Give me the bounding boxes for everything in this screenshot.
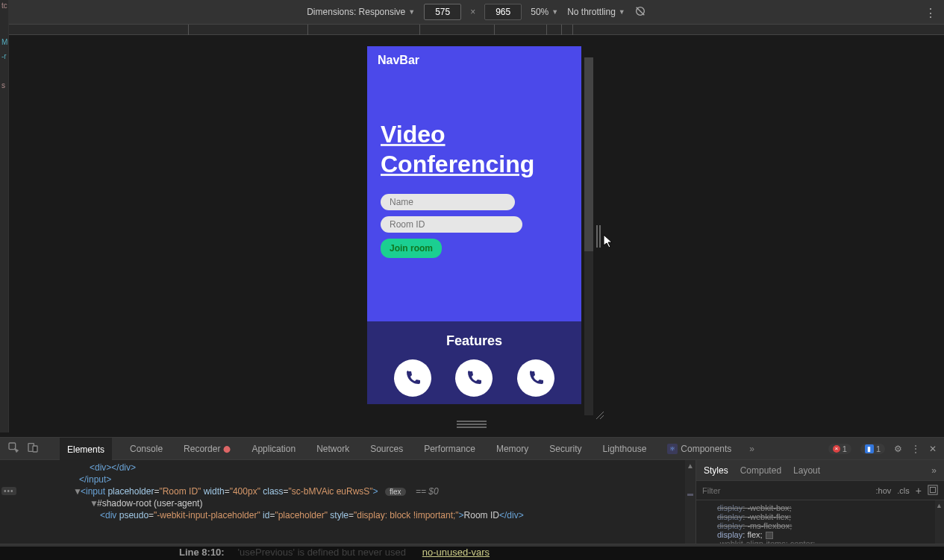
throttling-label: No throttling bbox=[567, 7, 616, 17]
zoom-select[interactable]: 50% ▼ bbox=[531, 7, 558, 17]
feature-row bbox=[367, 359, 581, 397]
tab-application[interactable]: Application bbox=[248, 444, 298, 454]
tab-recorder-label: Recorder bbox=[184, 444, 220, 454]
flex-editor-icon[interactable] bbox=[766, 532, 773, 539]
tab-layout[interactable]: Layout bbox=[793, 465, 820, 476]
styles-scrollbar[interactable]: ▲ bbox=[935, 500, 944, 544]
error-dot-icon: × bbox=[833, 445, 840, 453]
styles-tabs: Styles Computed Layout » bbox=[696, 460, 944, 481]
hero-section: Video Conferencing Join room bbox=[367, 75, 581, 280]
tab-console[interactable]: Console bbox=[127, 444, 166, 454]
styles-rules[interactable]: display: -webkit-box; display: -webkit-f… bbox=[696, 500, 944, 544]
tab-lighthouse[interactable]: Lighthouse bbox=[600, 444, 650, 454]
overflow-menu-icon[interactable]: ••• bbox=[1, 487, 16, 495]
zoom-label: 50% bbox=[531, 7, 548, 17]
dimensions-select[interactable]: Dimensions: Responsive ▼ bbox=[307, 7, 415, 17]
more-tabs-icon[interactable]: » bbox=[749, 444, 754, 454]
ghost-loc: Line 8:10: bbox=[179, 547, 225, 558]
info-dot-icon: ▮ bbox=[865, 444, 874, 453]
ghost-msg: 'usePrevious' is defined but never used bbox=[238, 547, 406, 558]
tab-components[interactable]: ⚛Components bbox=[664, 444, 734, 454]
issues-count: 1 bbox=[876, 444, 881, 453]
tab-recorder[interactable]: Recorder⬤ bbox=[181, 444, 234, 454]
tab-styles[interactable]: Styles bbox=[704, 465, 728, 476]
phone-icon bbox=[527, 369, 545, 387]
svg-rect-8 bbox=[931, 487, 936, 492]
gear-icon[interactable]: ⚙ bbox=[894, 444, 902, 454]
svg-rect-7 bbox=[928, 485, 937, 494]
chevron-down-icon: ▼ bbox=[551, 8, 558, 16]
editor-left-fragment: tc Mu -r s bbox=[0, 0, 9, 432]
errors-count: 1 bbox=[843, 444, 847, 453]
kebab-icon[interactable]: ⋮ bbox=[911, 444, 920, 454]
tab-memory[interactable]: Memory bbox=[493, 444, 531, 454]
svg-line-3 bbox=[600, 415, 604, 419]
more-options-icon[interactable]: ⋮ bbox=[925, 6, 937, 20]
dimension-separator: × bbox=[470, 7, 475, 17]
new-rule-icon[interactable]: + bbox=[916, 485, 922, 497]
computed-toggle-icon[interactable] bbox=[928, 485, 938, 497]
styles-sidebar: Styles Computed Layout » :hov .cls + dis… bbox=[696, 460, 944, 544]
svg-rect-6 bbox=[33, 446, 37, 452]
flex-badge[interactable]: flex bbox=[385, 488, 406, 496]
tab-performance[interactable]: Performance bbox=[421, 444, 478, 454]
recorder-preview-icon: ⬤ bbox=[223, 445, 231, 453]
terminal-ghost-line: Line 8:10: 'usePrevious' is defined but … bbox=[0, 547, 944, 560]
chevron-down-icon: ▼ bbox=[619, 8, 625, 16]
name-input[interactable] bbox=[381, 194, 515, 210]
svg-line-2 bbox=[596, 412, 604, 419]
tab-network[interactable]: Network bbox=[313, 444, 352, 454]
height-input[interactable] bbox=[484, 4, 522, 20]
hov-toggle[interactable]: :hov bbox=[876, 486, 892, 495]
dollar-zero: == $0 bbox=[416, 486, 439, 497]
join-form: Join room bbox=[381, 194, 568, 258]
device-canvas: NavBar Video Conferencing Join room Feat… bbox=[9, 35, 944, 437]
elements-tree[interactable]: <div></div> </input> ••• ▼<input placeho… bbox=[0, 460, 696, 544]
width-input[interactable] bbox=[424, 4, 461, 20]
rendered-page: NavBar Video Conferencing Join room Feat… bbox=[367, 46, 581, 404]
features-heading: Features bbox=[367, 333, 581, 349]
device-toolbar: Dimensions: Responsive ▼ × 50% ▼ No thro… bbox=[9, 0, 944, 25]
react-icon: ⚛ bbox=[667, 444, 678, 454]
rotate-icon[interactable] bbox=[634, 5, 646, 19]
more-tabs-icon[interactable]: » bbox=[931, 465, 937, 476]
tab-sources[interactable]: Sources bbox=[367, 444, 406, 454]
tab-security[interactable]: Security bbox=[546, 444, 584, 454]
hero-heading-line1: Video bbox=[381, 121, 446, 148]
features-section: Features bbox=[367, 321, 581, 404]
cls-toggle[interactable]: .cls bbox=[897, 486, 910, 495]
device-scrollbar[interactable] bbox=[584, 57, 593, 415]
styles-filter-bar: :hov .cls + bbox=[696, 481, 944, 500]
feature-icon-circle bbox=[394, 359, 431, 397]
device-ruler bbox=[9, 25, 944, 35]
resize-handle-bottom[interactable] bbox=[457, 421, 487, 428]
devtools-tabs: Elements Console Recorder⬤ Application N… bbox=[0, 438, 944, 460]
issues-badge[interactable]: ▮1 bbox=[860, 444, 885, 454]
resize-handle-right[interactable] bbox=[596, 225, 604, 248]
resize-handle-corner[interactable] bbox=[595, 410, 605, 421]
feature-icon-circle bbox=[455, 359, 493, 397]
device-frame: NavBar Video Conferencing Join room Feat… bbox=[367, 46, 596, 419]
throttling-select[interactable]: No throttling ▼ bbox=[567, 7, 625, 17]
hero-heading: Video Conferencing bbox=[381, 119, 568, 179]
devtools-body: <div></div> </input> ••• ▼<input placeho… bbox=[0, 460, 944, 544]
elements-scrollbar[interactable]: ▲ bbox=[685, 460, 696, 544]
dimensions-label: Dimensions: Responsive bbox=[307, 7, 405, 17]
tab-elements[interactable]: Elements bbox=[60, 438, 112, 460]
hero-heading-line2: Conferencing bbox=[381, 151, 534, 177]
device-toggle-icon[interactable] bbox=[27, 441, 39, 456]
errors-badge[interactable]: ×1 bbox=[828, 444, 851, 454]
devtools-panel: Elements Console Recorder⬤ Application N… bbox=[0, 437, 944, 560]
chevron-down-icon: ▼ bbox=[408, 8, 415, 16]
styles-filter-input[interactable] bbox=[702, 486, 870, 495]
close-icon[interactable]: ✕ bbox=[929, 444, 937, 454]
feature-icon-circle bbox=[517, 359, 554, 397]
phone-icon bbox=[404, 369, 422, 387]
join-room-button[interactable]: Join room bbox=[381, 239, 442, 258]
phone-icon bbox=[465, 369, 483, 387]
app-navbar: NavBar bbox=[367, 46, 581, 75]
tab-computed[interactable]: Computed bbox=[740, 465, 781, 476]
navbar-title: NavBar bbox=[378, 54, 419, 66]
room-id-input[interactable] bbox=[381, 216, 522, 233]
inspect-element-icon[interactable] bbox=[7, 441, 19, 456]
